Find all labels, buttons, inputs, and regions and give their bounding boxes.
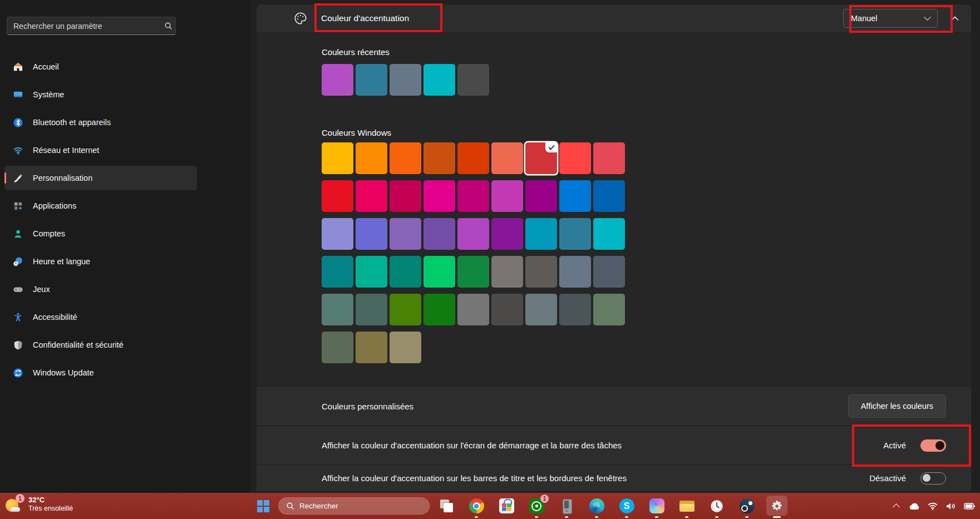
expander-collapse-button[interactable] [945, 16, 964, 21]
sidebar-item-label: Accueil [33, 62, 59, 71]
color-swatch[interactable] [559, 294, 591, 325]
color-swatch[interactable] [525, 256, 557, 288]
taskbar-app-clock[interactable] [708, 493, 726, 519]
color-swatch[interactable] [457, 142, 489, 174]
color-swatch[interactable] [457, 218, 489, 250]
color-swatch[interactable] [390, 332, 421, 363]
color-swatch[interactable] [593, 218, 625, 250]
color-swatch[interactable] [322, 294, 353, 325]
taskbar-app-skype[interactable] [618, 493, 636, 519]
color-swatch[interactable] [390, 294, 421, 325]
color-swatch[interactable] [559, 218, 591, 250]
sidebar-item-time-language[interactable]: Heure et langue [4, 249, 197, 274]
color-swatch[interactable] [322, 218, 353, 250]
color-swatch[interactable] [356, 294, 387, 325]
color-swatch[interactable] [322, 332, 353, 363]
color-swatch[interactable] [593, 294, 625, 325]
sidebar-item-gaming[interactable]: Jeux [4, 277, 197, 301]
weather-widget[interactable]: 1 32°C Très ensoleillé [6, 495, 73, 514]
color-swatch[interactable] [390, 180, 421, 212]
taskbar-app-edge[interactable] [588, 493, 605, 519]
sidebar-search-input[interactable] [7, 22, 161, 31]
sidebar-item-privacy[interactable]: Confidentialité et sécurité [4, 333, 197, 357]
taskbar-app-copilot[interactable] [648, 493, 666, 519]
selected-indicator [4, 172, 6, 184]
color-swatch[interactable] [356, 180, 387, 212]
color-swatch[interactable] [491, 294, 523, 325]
taskbar-app-chrome[interactable] [467, 493, 485, 519]
color-swatch[interactable] [593, 142, 625, 174]
taskbar-app-steam[interactable] [738, 493, 756, 519]
accent-mode-dropdown[interactable]: Manuel [843, 9, 938, 28]
color-swatch[interactable] [457, 294, 489, 325]
recent-color-swatch[interactable] [457, 64, 489, 96]
color-swatch[interactable] [423, 142, 455, 174]
color-swatch[interactable] [593, 256, 625, 288]
color-swatch[interactable] [322, 256, 353, 288]
sidebar-item-network[interactable]: Réseau et Internet [4, 138, 197, 162]
page-section-title: Couleur d'accentuation [321, 13, 409, 23]
privacy-icon [12, 339, 23, 350]
sidebar-item-accessibility[interactable]: Accessibilité [4, 305, 197, 329]
taskbar-app-task-view[interactable] [437, 493, 455, 519]
color-swatch[interactable] [356, 256, 387, 288]
selected-color-swatch[interactable] [525, 142, 557, 174]
color-swatch[interactable] [559, 256, 591, 288]
taskbar-app-phone-link[interactable] [558, 493, 575, 519]
color-swatch[interactable] [322, 180, 353, 212]
color-swatch[interactable] [356, 142, 387, 174]
color-swatch[interactable] [491, 142, 523, 174]
color-swatch[interactable] [423, 180, 455, 212]
color-swatch[interactable] [491, 256, 523, 288]
sidebar-search-box[interactable] [7, 17, 176, 35]
onedrive-icon[interactable] [908, 502, 920, 510]
color-swatch[interactable] [559, 142, 591, 174]
taskbar-app-xbox[interactable]: 1 [528, 493, 545, 519]
color-swatch[interactable] [491, 218, 523, 250]
accent-on-taskbar-toggle[interactable] [920, 439, 946, 452]
recent-color-swatch[interactable] [356, 64, 387, 96]
sidebar-item-accounts[interactable]: Comptes [4, 221, 197, 246]
recent-color-swatch[interactable] [390, 64, 421, 96]
sidebar-item-system[interactable]: Système [4, 82, 197, 107]
taskbar-search[interactable]: Rechercher [278, 497, 430, 515]
color-swatch[interactable] [322, 142, 353, 174]
wifi-icon[interactable] [927, 502, 939, 510]
color-swatch[interactable] [423, 256, 455, 288]
color-swatch[interactable] [423, 218, 455, 250]
color-swatch[interactable] [525, 180, 557, 212]
sidebar-item-home[interactable]: Accueil [4, 55, 197, 79]
color-swatch[interactable] [390, 142, 421, 174]
view-colors-button[interactable]: Afficher les couleurs [848, 394, 946, 418]
hidden-icons-chevron-icon[interactable] [890, 502, 902, 510]
sidebar-item-apps[interactable]: Applications [4, 194, 197, 218]
color-swatch[interactable] [593, 180, 625, 212]
accent-on-titlebars-toggle[interactable] [920, 472, 946, 485]
taskbar-app-file-explorer[interactable] [678, 493, 696, 519]
volume-icon[interactable] [945, 502, 957, 510]
clock-icon [710, 498, 725, 513]
color-swatch[interactable] [390, 218, 421, 250]
sidebar-item-windows-update[interactable]: Windows Update [4, 360, 197, 385]
battery-icon[interactable] [963, 503, 976, 510]
accent-color-header[interactable]: Couleur d'accentuation Manuel [257, 4, 971, 32]
recent-color-swatch[interactable] [423, 64, 455, 96]
color-swatch[interactable] [559, 180, 591, 212]
color-swatch[interactable] [423, 294, 455, 325]
recent-color-swatch[interactable] [322, 64, 353, 96]
color-swatch[interactable] [356, 332, 387, 363]
sidebar-item-personalization[interactable]: Personnalisation [4, 166, 197, 190]
color-swatch[interactable] [491, 180, 523, 212]
color-swatch[interactable] [525, 218, 557, 250]
taskbar-app-store[interactable] [498, 493, 515, 519]
taskbar-app-settings[interactable] [768, 493, 786, 519]
sidebar-item-label: Heure et langue [33, 257, 90, 266]
color-swatch[interactable] [457, 256, 489, 288]
color-swatch[interactable] [525, 294, 557, 325]
start-button[interactable] [257, 500, 269, 512]
chevron-up-icon [951, 16, 959, 21]
sidebar-item-bluetooth[interactable]: Bluetooth et appareils [4, 110, 197, 135]
color-swatch[interactable] [390, 256, 421, 288]
color-swatch[interactable] [356, 218, 387, 250]
color-swatch[interactable] [457, 180, 489, 212]
